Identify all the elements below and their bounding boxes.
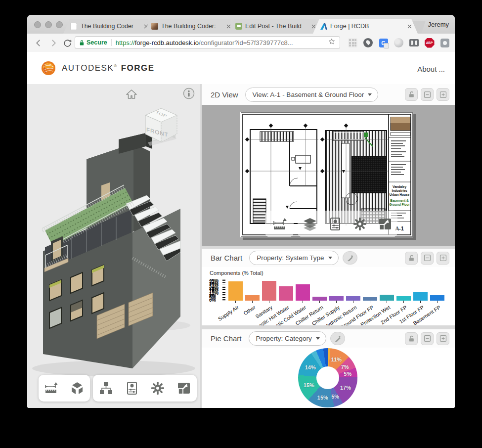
translate-extension-icon[interactable]: G: [378, 38, 389, 48]
bar-chart-body: Components (% Total) 36%33%30%27%24%21%1…: [202, 267, 455, 325]
close-icon[interactable]: [406, 23, 413, 30]
x-tick: [370, 301, 370, 303]
address-bar[interactable]: Secure https://forge-rcdb.autodesk.io/co…: [75, 36, 340, 49]
tab-title: Edit Post - The Build: [245, 23, 307, 30]
bar[interactable]: [296, 284, 310, 301]
bar[interactable]: [279, 286, 293, 301]
property-dropdown[interactable]: Property: Category: [249, 331, 326, 346]
panel-title: Bar Chart: [211, 254, 242, 262]
titleblock-line: Urban House: [390, 193, 410, 196]
2d-toolbar-main-group: [298, 211, 397, 237]
bar[interactable]: [245, 295, 260, 301]
view-cube[interactable]: TOP FRONT: [142, 104, 180, 147]
tab-building-coder-1[interactable]: The Building Coder: [63, 19, 154, 34]
bar[interactable]: [312, 297, 327, 301]
forge-page-header: AUTODESK®FORGE About ...: [27, 52, 455, 85]
2d-sheet-canvas[interactable]: Vandaley Industries Urban House Basement…: [202, 105, 455, 246]
pie-slice-label: 5%: [344, 371, 351, 377]
bar-slot: 2nd Floor FP: [395, 281, 412, 301]
model-tree-icon[interactable]: [98, 381, 113, 396]
swirl-extension-icon[interactable]: [394, 38, 404, 48]
expand-button[interactable]: [437, 332, 449, 345]
pie-slice-label: 17%: [340, 385, 351, 391]
brush-button[interactable]: [343, 251, 357, 265]
forge-logo: AUTODESK®FORGE: [41, 61, 155, 76]
zoom-window-button[interactable]: [56, 21, 63, 28]
collapse-button[interactable]: [421, 252, 434, 265]
pie-slice-label: 7%: [341, 364, 349, 370]
bar[interactable]: [329, 296, 344, 301]
close-window-button[interactable]: [34, 21, 41, 28]
fullscreen-icon[interactable]: [176, 381, 191, 396]
render-settings-icon[interactable]: [378, 217, 393, 231]
tab-building-coder-2[interactable]: The Building Coder:: [144, 19, 237, 34]
x-tick: [387, 301, 387, 303]
chevron-down-icon: [316, 337, 320, 340]
layers-icon[interactable]: [303, 217, 317, 231]
view-dropdown[interactable]: View: A-1 - Basement & Ground Floor: [245, 88, 379, 102]
settings-gear-icon[interactable]: [352, 217, 367, 231]
bar-plot: Supply AirOtherSanitaryDomestic Hot Wate…: [227, 281, 446, 301]
home-icon[interactable]: [125, 88, 138, 101]
measure-icon[interactable]: [272, 217, 287, 231]
info-icon[interactable]: [183, 88, 195, 99]
measure-icon[interactable]: [44, 381, 59, 396]
explode-model-icon[interactable]: [70, 381, 85, 396]
bar[interactable]: [413, 292, 428, 301]
unlock-button[interactable]: [405, 252, 418, 265]
panel-2d-view: 2D View View: A-1 - Basement & Ground Fl…: [202, 84, 455, 246]
book-extension-icon[interactable]: [409, 38, 419, 48]
2d-toolbar-measure-group: [265, 211, 294, 237]
settings-gear-icon[interactable]: [150, 381, 165, 396]
titleblock-line: Vandaley: [393, 185, 407, 189]
properties-icon[interactable]: [125, 381, 139, 396]
bar[interactable]: [228, 281, 243, 301]
bar-slot: Sanitary: [261, 281, 278, 301]
forward-icon[interactable]: [48, 38, 59, 48]
unlock-button[interactable]: [405, 88, 418, 101]
tab-edit-post[interactable]: Edit Post - The Build: [228, 19, 322, 34]
x-tick: [437, 301, 438, 303]
unlock-button[interactable]: [405, 332, 418, 345]
pie-slice-label: 11%: [331, 357, 342, 362]
brush-icon: [346, 254, 354, 262]
profile-name[interactable]: Jeremy: [428, 21, 449, 28]
url-text: https://forge-rcdb.autodesk.io/configura…: [116, 39, 328, 46]
reload-icon[interactable]: [62, 38, 73, 48]
expand-button[interactable]: [437, 252, 449, 265]
x-tick: [286, 301, 286, 303]
typepad-favicon: [235, 23, 242, 30]
property-dropdown[interactable]: Property: System Type: [249, 251, 338, 265]
react-extension-icon[interactable]: [348, 38, 358, 48]
bar[interactable]: [363, 297, 377, 301]
back-icon[interactable]: [33, 38, 44, 48]
minimize-window-button[interactable]: [45, 21, 52, 28]
3d-viewer[interactable]: TOP FRONT: [27, 84, 200, 408]
collapse-button[interactable]: [421, 88, 434, 101]
collapse-button[interactable]: [421, 332, 434, 345]
bar-category-label: Supply Air: [217, 304, 240, 322]
bar[interactable]: [380, 295, 394, 301]
bar[interactable]: [396, 296, 411, 301]
bar[interactable]: [346, 296, 360, 301]
brush-button[interactable]: [330, 332, 345, 345]
main-content: TOP FRONT: [27, 84, 455, 408]
bar[interactable]: [262, 281, 276, 301]
bar[interactable]: [430, 295, 444, 301]
adblock-extension-icon[interactable]: ABP: [424, 38, 435, 48]
tab-title: Forge | RCDB: [330, 23, 403, 30]
torch-extension-icon[interactable]: [363, 38, 373, 48]
titleblock-line: Industries: [392, 189, 407, 192]
bookmark-star-icon[interactable]: [328, 38, 336, 47]
x-tick: [303, 301, 303, 303]
x-tick: [319, 301, 320, 303]
pie-donut[interactable]: 11%7%5%17%5%15%15%14%: [298, 348, 357, 407]
security-badge[interactable]: Secure: [79, 39, 112, 46]
menu-icon[interactable]: [446, 37, 455, 47]
viewer-toolbar-right: [93, 375, 197, 402]
tab-forge-rcdb-active[interactable]: Forge | RCDB: [313, 19, 418, 34]
about-link[interactable]: About ...: [417, 65, 445, 73]
document-favicon: [70, 23, 78, 30]
expand-button[interactable]: [437, 88, 449, 101]
properties-icon[interactable]: [328, 217, 343, 231]
